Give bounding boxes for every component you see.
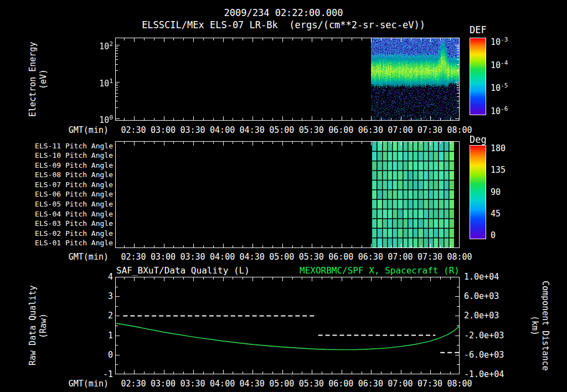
pitch-row-label: ELS-05 Pitch Angle	[29, 200, 113, 209]
exponent: -5	[501, 82, 508, 89]
axis-tick	[455, 118, 459, 119]
axis-tick	[124, 277, 125, 280]
axis-tick	[262, 245, 263, 247]
axis-tick	[193, 277, 194, 281]
pitch-row-label: ELS-08 Pitch Angle	[29, 171, 113, 179]
axis-tick	[411, 118, 411, 120]
axis-tick	[282, 38, 283, 42]
axis-tick	[421, 277, 421, 280]
axis-tick	[322, 277, 322, 280]
gmt-axis-label: GMT(min)	[60, 252, 109, 262]
pitch-row-label: ELS-04 Pitch Angle	[29, 210, 113, 219]
axis-tick	[272, 372, 273, 374]
axis-tick	[164, 116, 164, 120]
axis-tick	[440, 372, 441, 374]
quality-tick-label: 0	[84, 350, 113, 360]
axis-tick	[243, 245, 243, 247]
axis-tick	[134, 116, 135, 120]
axis-tick	[144, 372, 145, 374]
axis-tick	[262, 38, 263, 40]
axis-tick	[421, 118, 421, 120]
axis-tick	[252, 277, 253, 281]
axis-tick	[164, 244, 164, 247]
axis-tick	[272, 38, 273, 40]
axis-tick	[213, 277, 214, 280]
axis-tick	[252, 38, 253, 42]
axis-tick	[144, 277, 145, 280]
axis-tick	[322, 245, 322, 247]
pitch-row-label: ELS-11 Pitch Angle	[29, 142, 113, 151]
axis-tick	[457, 56, 459, 56]
axis-tick	[391, 277, 391, 280]
axis-tick	[362, 277, 362, 280]
axis-tick	[116, 345, 118, 345]
axis-tick	[421, 38, 421, 40]
distance-tick-label: -2.0e+03	[464, 331, 517, 341]
axis-tick	[134, 277, 135, 281]
axis-tick	[116, 59, 118, 60]
pitch-angle-panel	[115, 141, 460, 248]
quality-tick-label: -1	[84, 369, 113, 379]
axis-tick	[457, 87, 459, 88]
axis-tick	[362, 118, 362, 120]
axis-tick	[164, 38, 164, 42]
axis-tick	[173, 118, 174, 120]
axis-tick	[243, 372, 243, 374]
axis-tick	[332, 142, 332, 144]
axis-tick	[401, 38, 401, 42]
axis-tick	[262, 277, 263, 280]
axis-tick	[116, 296, 120, 297]
axis-tick	[116, 64, 118, 65]
axis-tick	[391, 118, 391, 120]
axis-tick	[401, 116, 401, 120]
energy-axis-label-line2: (eV)	[38, 27, 49, 132]
axis-tick	[233, 38, 233, 40]
axis-tick	[430, 116, 431, 120]
axis-tick	[233, 142, 233, 144]
axis-tick	[144, 245, 145, 247]
axis-tick	[421, 372, 421, 374]
axis-tick	[116, 118, 120, 119]
deg-colorbar	[470, 145, 486, 239]
distance-tick-label: -1.0e+04	[464, 369, 517, 379]
axis-tick	[457, 59, 459, 60]
energy-tick-label: 101	[84, 76, 113, 86]
axis-tick	[183, 142, 184, 144]
axis-tick	[302, 142, 302, 144]
deg-colorbar-tick-label: 0	[491, 230, 524, 240]
axis-tick	[203, 142, 204, 144]
axis-tick	[371, 142, 372, 146]
axis-tick	[342, 370, 342, 374]
axis-tick	[173, 277, 174, 280]
axis-tick	[213, 142, 214, 144]
axis-tick	[173, 38, 174, 40]
axis-tick	[302, 277, 302, 280]
axis-tick	[450, 118, 451, 120]
exponent: 2	[109, 40, 113, 48]
axis-tick	[116, 316, 120, 316]
axis-tick	[252, 244, 253, 247]
deg-colorbar-tick-label: 180	[491, 143, 524, 153]
axis-tick	[116, 70, 118, 71]
axis-tick	[183, 245, 184, 247]
axis-tick	[362, 38, 362, 40]
axis-tick	[312, 116, 312, 120]
axis-tick	[243, 118, 243, 120]
quality-tick-label: 4	[84, 272, 113, 282]
axis-tick	[252, 142, 253, 146]
axis-tick	[457, 287, 459, 287]
axis-tick	[292, 245, 293, 247]
quality-axis-label-line1: Raw Data Quality	[28, 274, 38, 377]
axis-tick	[173, 245, 174, 247]
axis-tick	[455, 316, 459, 316]
axis-tick	[116, 47, 118, 47]
def-colorbar	[470, 38, 486, 115]
axis-tick	[282, 142, 283, 146]
axis-tick	[391, 38, 391, 40]
page-title-datetime: 2009/234 02:22:00.000	[0, 7, 567, 18]
axis-tick	[183, 38, 184, 40]
axis-tick	[116, 306, 118, 307]
axis-tick	[302, 38, 302, 40]
axis-tick	[457, 96, 459, 97]
axis-tick	[457, 70, 459, 71]
